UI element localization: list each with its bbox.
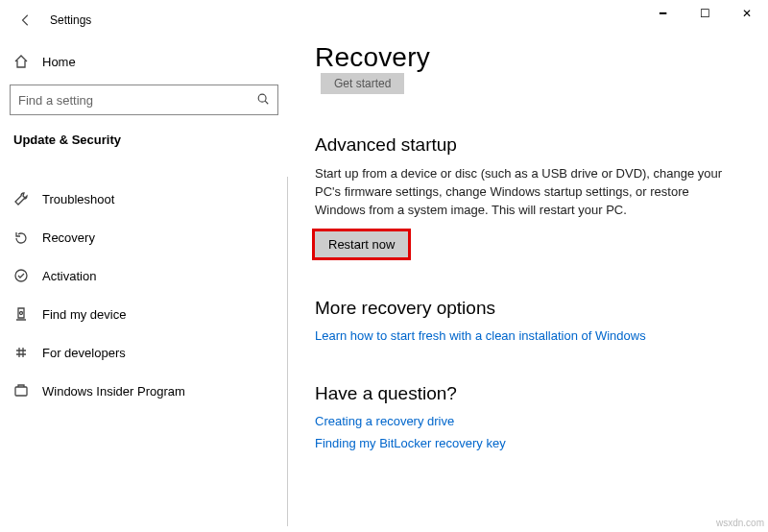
- insider-icon: [13, 383, 29, 399]
- page-title: Recovery: [315, 42, 758, 73]
- sidebar: Home Find a setting Update & Security Tr…: [0, 33, 288, 526]
- search-placeholder: Find a setting: [18, 93, 93, 108]
- home-icon: [13, 54, 29, 69]
- back-arrow-icon[interactable]: [19, 13, 33, 27]
- sidebar-category: Update & Security: [8, 125, 280, 160]
- minimize-button[interactable]: ━: [641, 0, 684, 27]
- window-title: Settings: [50, 13, 91, 27]
- sidebar-nav: Troubleshoot Recovery Activation Find my…: [8, 180, 280, 410]
- close-button[interactable]: ✕: [726, 0, 768, 27]
- svg-rect-3: [15, 387, 27, 396]
- sidebar-item-label: Troubleshoot: [42, 192, 114, 206]
- question-heading: Have a question?: [315, 383, 758, 404]
- sidebar-item-label: For developers: [42, 346, 126, 360]
- sidebar-home[interactable]: Home: [8, 44, 280, 79]
- more-recovery-heading: More recovery options: [315, 298, 758, 319]
- window-controls: ━ ☐ ✕: [641, 0, 768, 27]
- sidebar-item-activation[interactable]: Activation: [8, 256, 280, 295]
- recovery-drive-link[interactable]: Creating a recovery drive: [315, 414, 758, 428]
- developer-icon: [13, 345, 29, 360]
- fresh-install-link[interactable]: Learn how to start fresh with a clean in…: [315, 328, 758, 343]
- get-started-button[interactable]: Get started: [321, 73, 404, 94]
- search-icon: [256, 92, 270, 109]
- sidebar-item-windows-insider[interactable]: Windows Insider Program: [8, 372, 280, 410]
- sidebar-item-for-developers[interactable]: For developers: [8, 333, 280, 372]
- search-input[interactable]: Find a setting: [10, 85, 278, 115]
- sidebar-item-troubleshoot[interactable]: Troubleshoot: [8, 180, 280, 218]
- location-icon: [13, 306, 29, 322]
- svg-point-0: [258, 94, 266, 102]
- advanced-startup-section: Advanced startup Start up from a device …: [315, 134, 758, 257]
- check-circle-icon: [13, 268, 29, 283]
- sidebar-item-label: Activation: [42, 269, 96, 283]
- question-section: Have a question? Creating a recovery dri…: [315, 383, 758, 450]
- advanced-startup-body: Start up from a device or disc (such as …: [315, 165, 728, 220]
- sidebar-item-find-my-device[interactable]: Find my device: [8, 295, 280, 333]
- watermark: wsxdn.com: [716, 518, 764, 528]
- more-recovery-section: More recovery options Learn how to start…: [315, 298, 758, 343]
- svg-point-2: [20, 312, 23, 315]
- sidebar-item-label: Recovery: [42, 230, 95, 245]
- sidebar-item-label: Windows Insider Program: [42, 384, 185, 399]
- recovery-icon: [13, 230, 29, 245]
- advanced-startup-heading: Advanced startup: [315, 134, 758, 156]
- sidebar-home-label: Home: [42, 55, 76, 69]
- maximize-button[interactable]: ☐: [684, 0, 726, 27]
- main-content: Recovery Get started Advanced startup St…: [288, 33, 768, 526]
- bitlocker-link[interactable]: Finding my BitLocker recovery key: [315, 436, 758, 450]
- wrench-icon: [13, 191, 29, 206]
- sidebar-item-recovery[interactable]: Recovery: [8, 218, 280, 256]
- restart-now-button[interactable]: Restart now: [315, 231, 408, 257]
- svg-point-1: [15, 270, 27, 281]
- sidebar-item-label: Find my device: [42, 307, 126, 322]
